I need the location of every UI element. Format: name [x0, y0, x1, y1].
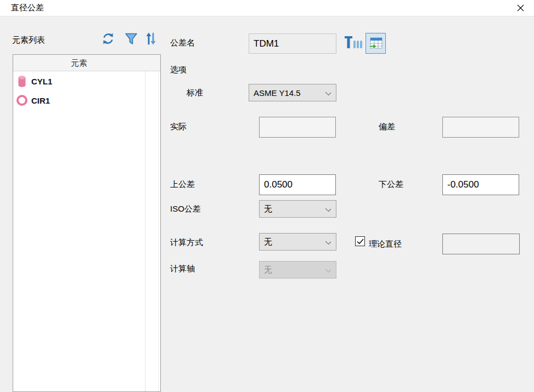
- grid-column-divider: [145, 55, 145, 391]
- calc-axis-label: 计算轴: [170, 264, 195, 274]
- deviation-label: 偏差: [379, 122, 395, 132]
- filter-icon: [124, 31, 138, 46]
- circle-icon: [16, 93, 28, 107]
- window-title: 直径公差: [11, 3, 44, 13]
- text-label-button[interactable]: [344, 34, 363, 52]
- upper-tolerance-input[interactable]: [259, 174, 336, 195]
- chevron-down-icon: [326, 268, 331, 272]
- chevron-down-icon: [326, 240, 331, 245]
- close-button[interactable]: [511, 0, 530, 15]
- grid-header-element[interactable]: 元素: [13, 55, 145, 71]
- calc-method-label: 计算方式: [170, 237, 203, 248]
- chevron-down-icon: [326, 207, 331, 212]
- close-icon: [517, 4, 524, 12]
- element-list-grid: 元素 CYL1 CIR1: [13, 54, 161, 392]
- iso-tolerance-value: 无: [264, 204, 272, 214]
- checkmark-icon: [357, 238, 364, 245]
- iso-tolerance-label: ISO公差: [170, 204, 201, 214]
- theoretical-diameter-checkbox[interactable]: [355, 236, 365, 246]
- cylinder-icon: [16, 74, 28, 88]
- calc-method-value: 无: [264, 237, 272, 247]
- standard-value: ASME Y14.5: [254, 88, 301, 98]
- list-item-label: CIR1: [31, 96, 50, 105]
- upper-tolerance-label: 上公差: [170, 179, 195, 190]
- table-export-icon: [369, 36, 383, 50]
- standard-select[interactable]: ASME Y14.5: [249, 84, 336, 101]
- sort-button[interactable]: [144, 31, 158, 46]
- element-list-label: 元素列表: [12, 35, 45, 46]
- standard-label: 标准: [187, 88, 203, 98]
- chevron-down-icon: [326, 90, 331, 95]
- iso-tolerance-select[interactable]: 无: [259, 200, 336, 218]
- theoretical-diameter-input[interactable]: [442, 234, 520, 254]
- calc-axis-value: 无: [264, 265, 272, 275]
- list-item-label: CYL1: [31, 77, 52, 86]
- sort-icon: [144, 31, 158, 46]
- calc-axis-select: 无: [259, 261, 336, 279]
- list-item-cyl1[interactable]: CYL1: [13, 72, 145, 90]
- text-label-icon: [344, 34, 363, 52]
- theoretical-diameter-label: 理论直径: [369, 239, 402, 249]
- grid-column-divider-2: [158, 55, 159, 391]
- lower-tolerance-label: 下公差: [379, 179, 403, 190]
- tolerance-name-label: 公差名: [170, 38, 195, 48]
- calc-method-select[interactable]: 无: [259, 233, 336, 251]
- refresh-button[interactable]: [101, 31, 115, 46]
- options-label: 选项: [170, 65, 187, 75]
- tolerance-name-input[interactable]: [249, 33, 336, 54]
- grid-header[interactable]: 元素: [13, 55, 160, 71]
- actual-input[interactable]: [259, 117, 336, 138]
- lower-tolerance-input[interactable]: [442, 174, 519, 195]
- list-item-cir1[interactable]: CIR1: [13, 91, 145, 110]
- actual-label: 实际: [170, 122, 187, 132]
- filter-button[interactable]: [124, 31, 138, 46]
- deviation-input[interactable]: [442, 117, 519, 138]
- title-bar: 直径公差: [0, 0, 534, 16]
- refresh-icon: [101, 31, 115, 46]
- send-to-report-button[interactable]: [366, 33, 386, 54]
